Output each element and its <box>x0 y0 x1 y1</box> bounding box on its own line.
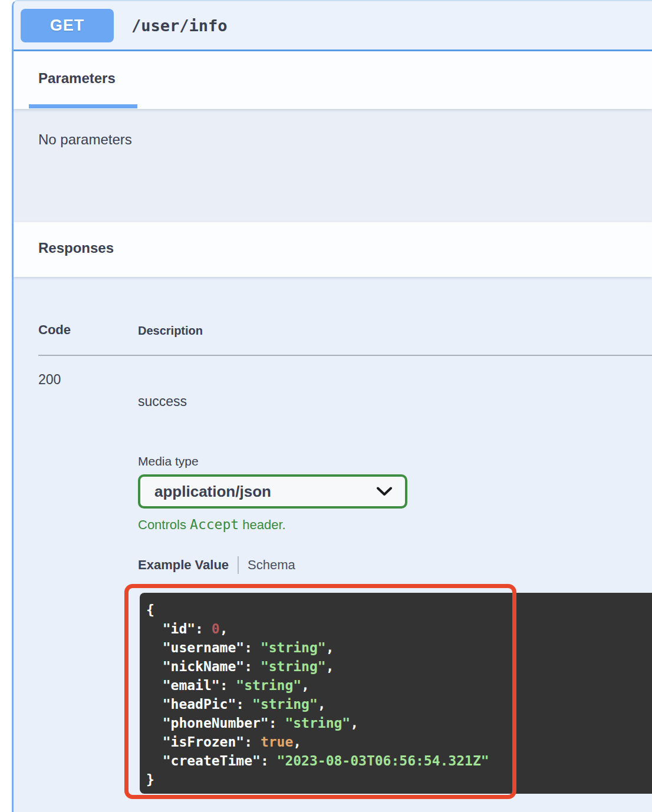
example-schema-tabs: Example Value Schema <box>138 556 295 574</box>
parameters-empty-text: No parameters <box>38 131 132 147</box>
code-line: "username": "string", <box>146 638 652 657</box>
active-tab-underline <box>29 104 137 108</box>
code-line: "nickName": "string", <box>146 657 652 676</box>
response-description: success <box>138 394 187 410</box>
operation-block: GET /user/info Parameters No parameters … <box>12 0 652 812</box>
accept-note-prefix: Controls <box>138 517 190 532</box>
responses-body: Code Description 200 success Media type … <box>14 277 652 812</box>
response-table-code-header: Code <box>38 322 71 338</box>
response-status-code: 200 <box>38 372 61 388</box>
code-line: "createTime": "2023-08-03T06:56:54.321Z" <box>146 751 652 770</box>
code-line: "phoneNumber": "string", <box>146 714 652 732</box>
media-type-label: Media type <box>138 454 199 468</box>
code-line: { <box>146 600 652 619</box>
responses-header: Responses <box>14 222 652 277</box>
operation-summary[interactable]: GET /user/info <box>14 1 652 51</box>
parameters-header: Parameters <box>14 51 652 109</box>
endpoint-path: /user/info <box>131 16 228 35</box>
media-type-select[interactable]: application/json <box>138 474 407 509</box>
example-code-block: { "id": 0, "username": "string", "nickNa… <box>140 593 652 794</box>
response-table-divider <box>38 355 652 356</box>
accept-note-suffix: header. <box>239 517 286 532</box>
parameters-body: No parameters <box>14 109 652 222</box>
code-line: "email": "string", <box>146 676 652 695</box>
example-json: { "id": 0, "username": "string", "nickNa… <box>146 600 652 789</box>
code-line: } <box>146 770 652 789</box>
code-line: "headPic": "string", <box>146 695 652 714</box>
code-line: "id": 0, <box>146 619 652 638</box>
code-line: "isFrozen": true, <box>146 732 652 751</box>
response-table-description-header: Description <box>138 324 203 338</box>
responses-title: Responses <box>38 240 114 256</box>
tab-parameters: Parameters <box>38 70 116 87</box>
chevron-down-icon <box>377 487 392 496</box>
accept-note-code: Accept <box>190 517 239 532</box>
accept-header-note: Controls Accept header. <box>138 517 286 533</box>
tab-example-value[interactable]: Example Value <box>138 557 229 573</box>
media-type-selected-value: application/json <box>154 483 271 501</box>
tab-separator <box>238 556 239 574</box>
http-method-badge[interactable]: GET <box>21 9 114 42</box>
tab-schema[interactable]: Schema <box>248 557 295 573</box>
